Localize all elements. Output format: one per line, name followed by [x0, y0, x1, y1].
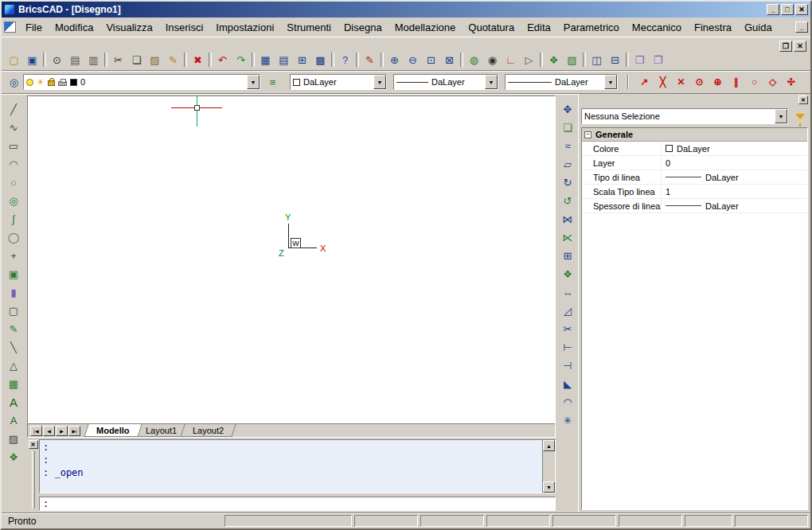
property-row[interactable]: Spessore di linea DaLayer [582, 199, 807, 213]
mirror-3d-icon[interactable]: ⋉ [559, 228, 577, 247]
plot-icon[interactable]: ▥ [84, 52, 103, 68]
menu-item[interactable]: Strumenti [280, 19, 338, 36]
status-cell[interactable] [224, 515, 352, 527]
linetype-combo[interactable]: DaLayer ▼ [393, 74, 498, 90]
menu-item[interactable]: Modifica [49, 19, 100, 36]
property-value[interactable]: DaLayer [662, 142, 807, 155]
color-dropdown-button[interactable]: ▼ [373, 75, 386, 89]
new-window-icon[interactable]: ❒ [630, 52, 649, 68]
layout-tab[interactable]: Layout2 [180, 424, 236, 437]
donut-icon[interactable]: ◎ [5, 192, 23, 210]
menu-item[interactable]: Guida [738, 19, 779, 36]
last-tab-button[interactable]: ▶| [68, 426, 80, 436]
rotate-3d-icon[interactable]: ↺ [559, 192, 577, 210]
move-icon[interactable]: ✥ [559, 100, 577, 119]
circle-icon[interactable]: ○ [5, 173, 23, 192]
fillet-icon[interactable]: ◠ [559, 393, 577, 411]
views-explorer-icon[interactable]: ▩ [311, 52, 330, 68]
scale-icon[interactable]: ◿ [559, 302, 577, 320]
child-restore-button[interactable]: ❐ [779, 41, 792, 52]
snap-center-icon[interactable]: ⊙ [690, 74, 709, 90]
menu-item[interactable]: Quotatura [462, 19, 521, 36]
layer-dropdown-button[interactable]: ▼ [247, 75, 260, 89]
zoom-in-icon[interactable]: ⊕ [385, 52, 404, 68]
snap-node-icon[interactable]: ⊕ [709, 74, 727, 90]
selection-filter-button[interactable] [792, 108, 808, 124]
snap-tangent-icon[interactable]: ○ [745, 74, 763, 90]
menu-item[interactable]: File [19, 19, 49, 36]
menu-item[interactable]: Parametrico [557, 19, 626, 36]
menu-item[interactable]: Meccanico [626, 19, 688, 36]
menu-item[interactable]: Inserisci [159, 19, 210, 36]
minimize-button[interactable]: _ [767, 4, 779, 15]
insert-block-icon[interactable]: ❖ [5, 448, 23, 466]
polygon-icon[interactable]: △ [5, 357, 23, 375]
collapse-icon[interactable]: − [584, 131, 591, 138]
boundary-icon[interactable]: ▢ [5, 302, 23, 320]
child-close-button[interactable]: ✕ [794, 41, 806, 52]
region-icon[interactable]: ▣ [5, 265, 23, 283]
visibility-icon[interactable]: ◉ [483, 52, 502, 68]
print-preview-icon[interactable]: ⊙ [48, 52, 66, 68]
property-row[interactable]: Tipo di linea DaLayer [582, 170, 807, 185]
property-row[interactable]: Scala Tipo linea 1 [582, 185, 807, 199]
freehand-icon[interactable]: ✎ [5, 320, 23, 338]
menu-item[interactable]: Disegna [338, 19, 388, 36]
copy-entities-icon[interactable]: ❏ [559, 119, 577, 137]
rectangle-icon[interactable]: ▭ [5, 137, 23, 155]
selection-dropdown-button[interactable]: ▼ [775, 109, 787, 123]
close-button[interactable]: ✕ [795, 4, 808, 15]
status-cell[interactable] [552, 515, 616, 527]
status-cell[interactable] [354, 515, 418, 527]
first-tab-button[interactable]: |◀ [30, 426, 42, 436]
lineweight-dropdown-button[interactable]: ▼ [604, 75, 617, 89]
property-row[interactable]: Colore DaLayer [582, 142, 807, 156]
save-icon[interactable]: ▣ [23, 52, 41, 68]
selection-combo[interactable]: Nessuna Selezione ▼ [581, 108, 788, 124]
ray-icon[interactable]: ╲ [5, 338, 23, 357]
mirror-icon[interactable]: ⋈ [559, 210, 577, 228]
window-list-icon[interactable]: ❐ [649, 52, 667, 68]
explore-layers-icon[interactable]: ◎ [5, 74, 23, 90]
array-3d-icon[interactable]: ❖ [559, 265, 577, 283]
polyline-icon[interactable]: ∿ [5, 119, 23, 137]
layout-tab[interactable]: Modello [84, 424, 142, 437]
property-value[interactable]: 0 [662, 156, 807, 170]
table-icon[interactable]: ▦ [5, 375, 23, 393]
stretch-icon[interactable]: ↔ [559, 283, 577, 302]
redline-icon[interactable]: ✎ [361, 52, 379, 68]
ucs-dialog-icon[interactable]: ∟ [502, 52, 520, 68]
snap-settings-icon[interactable]: ✣ [782, 74, 800, 90]
rotate-icon[interactable]: ↻ [559, 173, 577, 192]
break-icon[interactable]: ⊣ [559, 357, 577, 375]
cut-icon[interactable]: ✂ [109, 52, 127, 68]
render-icon[interactable]: ❖ [545, 52, 563, 68]
command-history[interactable]: : : : _open [40, 440, 542, 493]
property-row[interactable]: Layer 0 [582, 156, 807, 170]
prev-tab-button[interactable]: ◀ [43, 426, 55, 436]
mtext-icon[interactable]: A [5, 411, 23, 430]
drawing-canvas[interactable]: Y X W Z [28, 96, 555, 423]
property-value[interactable]: DaLayer [662, 170, 807, 184]
snap-quadrant-icon[interactable]: ◇ [763, 74, 782, 90]
copy-icon[interactable]: ❏ [127, 52, 146, 68]
erase-icon[interactable]: ✖ [189, 52, 207, 68]
zoom-window-icon[interactable]: ⊡ [422, 52, 440, 68]
redo-icon[interactable]: ↷ [232, 52, 250, 68]
menu-item[interactable]: Edita [521, 19, 557, 36]
titlebar[interactable]: BricsCAD - [Disegno1] _ □ ✕ [2, 2, 810, 18]
properties-close-button[interactable]: ✕ [798, 95, 808, 104]
tile-vertical-icon[interactable]: ◫ [588, 52, 606, 68]
chamfer-icon[interactable]: ◣ [559, 375, 577, 393]
drawing-explorer-icon[interactable]: ▦ [256, 52, 275, 68]
command-input[interactable]: : [39, 497, 556, 511]
status-cell[interactable] [619, 515, 682, 527]
color-combo[interactable]: DaLayer ▼ [290, 74, 387, 90]
edit-polyline-icon[interactable]: ▱ [559, 155, 577, 173]
status-cell[interactable] [420, 515, 484, 527]
properties-group-header[interactable]: − Generale [582, 128, 807, 142]
materials-icon[interactable]: ▧ [563, 52, 581, 68]
array-icon[interactable]: ⊞ [559, 247, 577, 265]
text-icon[interactable]: A [5, 393, 23, 411]
named-views-icon[interactable]: ▷ [520, 52, 538, 68]
